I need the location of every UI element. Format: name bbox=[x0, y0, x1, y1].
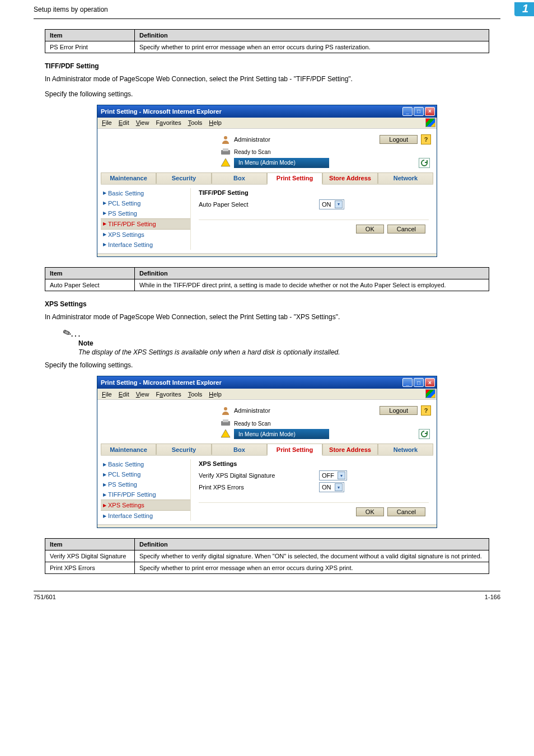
maximize-icon[interactable]: □ bbox=[414, 378, 424, 387]
refresh-icon[interactable] bbox=[419, 429, 430, 439]
sidebar-item-interface[interactable]: ▶Interface Setting bbox=[101, 240, 190, 250]
chevron-down-icon: ▾ bbox=[338, 472, 345, 479]
tab-print-setting[interactable]: Print Setting bbox=[267, 172, 322, 185]
mode-indicator: In Menu (Admin Mode) bbox=[234, 429, 329, 439]
tab-store-address[interactable]: Store Address bbox=[322, 172, 378, 184]
sidebar-item-pcl[interactable]: ▶PCL Setting bbox=[101, 469, 190, 479]
tab-security[interactable]: Security bbox=[156, 172, 212, 184]
tab-box[interactable]: Box bbox=[212, 444, 267, 455]
logout-button[interactable]: Logout bbox=[380, 406, 418, 415]
menu-edit[interactable]: Edit bbox=[116, 119, 132, 126]
tab-network[interactable]: Network bbox=[378, 444, 433, 455]
ok-button[interactable]: OK bbox=[356, 507, 384, 516]
sidebar-item-label: PS Setting bbox=[108, 481, 137, 488]
triangle-icon: ▶ bbox=[103, 211, 106, 216]
help-icon[interactable]: ? bbox=[421, 134, 431, 144]
maximize-icon[interactable]: □ bbox=[414, 107, 424, 116]
svg-point-0 bbox=[224, 136, 227, 139]
menu-tools[interactable]: Tools bbox=[186, 119, 205, 126]
table-row: Auto Paper Select While in the TIFF/PDF … bbox=[45, 279, 489, 291]
chevron-down-icon: ▾ bbox=[335, 483, 343, 491]
sidebar-item-interface[interactable]: ▶Interface Setting bbox=[101, 511, 190, 521]
menu-view[interactable]: View bbox=[134, 119, 152, 126]
administrator-label: Administrator bbox=[234, 407, 270, 414]
chevron-down-icon: ▾ bbox=[335, 200, 343, 208]
select-verify-xps[interactable]: OFF ▾ bbox=[319, 470, 347, 480]
note-label: Note bbox=[78, 339, 489, 347]
ie-logo-icon bbox=[425, 118, 435, 127]
close-icon[interactable]: × bbox=[425, 107, 435, 116]
table-cell-item: Verify XPS Digital Signature bbox=[45, 550, 135, 562]
body-text: Specify the following settings. bbox=[45, 361, 489, 370]
menu-view[interactable]: View bbox=[134, 391, 152, 398]
help-icon[interactable]: ? bbox=[421, 405, 431, 416]
menu-edit[interactable]: Edit bbox=[116, 391, 132, 398]
triangle-icon: ▶ bbox=[103, 472, 106, 477]
svg-point-3 bbox=[224, 407, 227, 410]
tab-box[interactable]: Box bbox=[212, 172, 267, 184]
sidebar-item-tiffpdf[interactable]: ▶TIFF/PDF Setting bbox=[101, 489, 190, 500]
table-cell-item: Print XPS Errors bbox=[45, 562, 135, 574]
menu-tools[interactable]: Tools bbox=[186, 391, 205, 398]
printer-status-icon bbox=[221, 419, 231, 428]
menu-file[interactable]: File bbox=[100, 119, 114, 126]
triangle-icon: ▶ bbox=[103, 492, 106, 497]
table-cell-definition: While in the TIFF/PDF direct print, a se… bbox=[135, 279, 489, 291]
table-cell-definition: Specify whether to print error message w… bbox=[135, 41, 489, 53]
tab-store-address[interactable]: Store Address bbox=[322, 444, 378, 455]
menu-favorites[interactable]: Favorites bbox=[153, 391, 183, 398]
close-icon[interactable]: × bbox=[425, 378, 435, 387]
cancel-button[interactable]: Cancel bbox=[387, 507, 425, 516]
main-panel: TIFF/PDF Setting Auto Paper Select ON ▾ … bbox=[190, 188, 433, 250]
footer-right: 1-166 bbox=[485, 594, 500, 600]
sidebar-item-xps[interactable]: ▶XPS Settings bbox=[101, 230, 190, 240]
cancel-button[interactable]: Cancel bbox=[387, 225, 425, 234]
tab-network[interactable]: Network bbox=[378, 172, 433, 184]
minimize-icon[interactable]: _ bbox=[402, 378, 413, 387]
table-cell-item: Auto Paper Select bbox=[45, 279, 135, 291]
sidebar: ▶Basic Setting ▶PCL Setting ▶PS Setting … bbox=[101, 459, 190, 521]
menu-file[interactable]: File bbox=[100, 391, 114, 398]
sidebar-item-pcl[interactable]: ▶PCL Setting bbox=[101, 198, 190, 208]
sidebar-item-ps[interactable]: ▶PS Setting bbox=[101, 479, 190, 489]
tab-print-setting[interactable]: Print Setting bbox=[267, 444, 322, 456]
menu-help[interactable]: Help bbox=[207, 119, 224, 126]
printer-status-icon bbox=[221, 148, 231, 157]
footer-left: 751/601 bbox=[34, 594, 56, 600]
tab-maintenance[interactable]: Maintenance bbox=[101, 444, 156, 455]
table-header-definition: Definition bbox=[135, 539, 489, 550]
sidebar-item-basic[interactable]: ▶Basic Setting bbox=[101, 188, 190, 198]
select-print-xps-errors[interactable]: ON ▾ bbox=[319, 482, 344, 492]
menu-help[interactable]: Help bbox=[207, 391, 224, 398]
warning-icon bbox=[221, 158, 231, 168]
select-auto-paper[interactable]: ON ▾ bbox=[319, 199, 344, 209]
window-statusbar bbox=[97, 524, 437, 528]
logout-button[interactable]: Logout bbox=[380, 135, 418, 144]
select-value: OFF bbox=[322, 472, 334, 479]
administrator-icon bbox=[221, 405, 231, 416]
breadcrumb: Setup items by operation bbox=[34, 6, 108, 13]
sidebar-item-ps[interactable]: ▶PS Setting bbox=[101, 208, 190, 218]
sidebar-item-xps[interactable]: ▶XPS Settings bbox=[101, 500, 190, 511]
section-heading-xps: XPS Settings bbox=[45, 300, 489, 308]
table-header-item: Item bbox=[45, 30, 135, 41]
ie-menubar: File Edit View Favorites Tools Help bbox=[97, 389, 437, 400]
table-header-definition: Definition bbox=[135, 30, 489, 41]
tab-maintenance[interactable]: Maintenance bbox=[101, 172, 156, 184]
ready-status-text: Ready to Scan bbox=[234, 149, 271, 155]
definition-table-xps: Item Definition Verify XPS Digital Signa… bbox=[45, 538, 489, 574]
table-header-item: Item bbox=[45, 267, 135, 279]
sidebar-item-tiffpdf[interactable]: ▶TIFF/PDF Setting bbox=[101, 218, 190, 230]
minimize-icon[interactable]: _ bbox=[402, 107, 413, 116]
sidebar-item-label: Basic Setting bbox=[108, 190, 144, 197]
refresh-icon[interactable] bbox=[419, 158, 430, 168]
menu-favorites[interactable]: Favorites bbox=[153, 119, 183, 126]
ie-logo-icon bbox=[425, 389, 435, 398]
tab-security[interactable]: Security bbox=[156, 444, 212, 455]
sidebar-item-basic[interactable]: ▶Basic Setting bbox=[101, 459, 190, 469]
select-value: ON bbox=[322, 484, 331, 491]
note-block: ✎... Note The display of the XPS Setting… bbox=[63, 327, 489, 356]
form-label-auto-paper: Auto Paper Select bbox=[199, 201, 308, 208]
triangle-icon: ▶ bbox=[103, 503, 106, 508]
ok-button[interactable]: OK bbox=[356, 225, 384, 234]
